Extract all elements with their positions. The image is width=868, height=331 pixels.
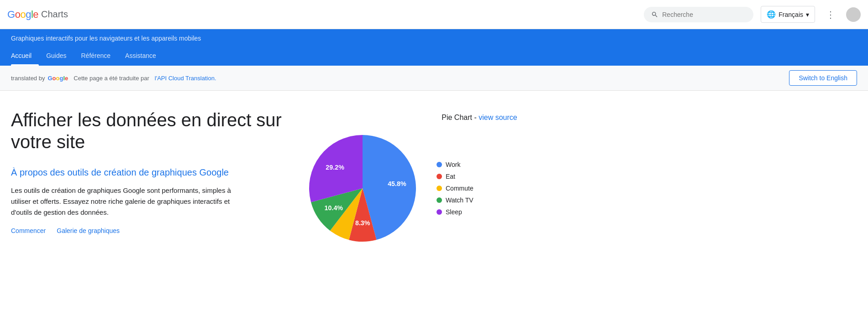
blue-banner: Graphiques interactifs pour les navigate… bbox=[0, 29, 868, 66]
right-content: Pie Chart - view source 45.8%8.3%10.4%29… bbox=[303, 109, 628, 248]
section-description: Les outils de création de graphiques Goo… bbox=[11, 185, 248, 218]
translation-message: Cette page a été traduite par bbox=[74, 75, 149, 82]
legend-dot-work bbox=[437, 162, 442, 167]
svg-text:8.3%: 8.3% bbox=[355, 219, 370, 227]
banner-subtitle: Graphiques interactifs pour les navigate… bbox=[11, 29, 857, 46]
svg-text:29.2%: 29.2% bbox=[326, 164, 344, 171]
chart-header: Pie Chart - view source bbox=[442, 114, 517, 122]
lang-label: Français bbox=[779, 11, 803, 18]
commencer-link[interactable]: Commencer bbox=[11, 227, 46, 234]
logo-area: Google Charts bbox=[7, 9, 68, 21]
chart-legend: Work Eat Commute Watch TV Sleep bbox=[437, 161, 473, 216]
more-options-button[interactable]: ⋮ bbox=[822, 6, 839, 23]
search-input[interactable] bbox=[662, 11, 746, 18]
legend-dot-sleep bbox=[437, 209, 442, 215]
galerie-link[interactable]: Galerie de graphiques bbox=[57, 227, 120, 234]
action-links: Commencer Galerie de graphiques bbox=[11, 227, 285, 234]
language-selector[interactable]: 🌐 Français ▾ bbox=[761, 6, 815, 23]
translated-by: translated by Google bbox=[11, 75, 68, 82]
nav-item-guides[interactable]: Guides bbox=[39, 46, 74, 66]
search-box[interactable] bbox=[644, 7, 753, 22]
google-logo: Google bbox=[7, 9, 38, 21]
legend-item-work: Work bbox=[437, 161, 473, 168]
nav-bar: Accueil Guides Référence Assistance bbox=[11, 46, 857, 66]
chart-title: Pie Chart bbox=[442, 114, 472, 121]
legend-item-watchtv: Watch TV bbox=[437, 197, 473, 204]
view-source-link[interactable]: view source bbox=[479, 114, 517, 121]
chart-area: 45.8%8.3%10.4%29.2% Work Eat Commute Wa bbox=[303, 129, 473, 248]
legend-item-commute: Commute bbox=[437, 185, 473, 192]
chevron-down-icon: ▾ bbox=[806, 11, 809, 18]
nav-item-accueil[interactable]: Accueil bbox=[11, 46, 39, 66]
left-content: Afficher les données en direct sur votre… bbox=[11, 109, 285, 248]
charts-logo: Charts bbox=[41, 9, 68, 20]
legend-dot-watchtv bbox=[437, 197, 442, 203]
google-translate-logo: Google bbox=[47, 75, 68, 82]
legend-label-watchtv: Watch TV bbox=[446, 197, 473, 204]
legend-label-work: Work bbox=[446, 161, 460, 168]
switch-to-english-button[interactable]: Switch to English bbox=[789, 70, 857, 86]
translation-bar: translated by Google Cette page a été tr… bbox=[0, 66, 868, 91]
legend-dot-eat bbox=[437, 174, 442, 179]
legend-label-commute: Commute bbox=[446, 185, 473, 192]
svg-text:10.4%: 10.4% bbox=[325, 204, 343, 212]
section-link[interactable]: À propos des outils de création de graph… bbox=[11, 167, 285, 178]
legend-item-sleep: Sleep bbox=[437, 208, 473, 216]
nav-item-reference[interactable]: Référence bbox=[74, 46, 118, 66]
svg-text:45.8%: 45.8% bbox=[388, 180, 406, 187]
legend-item-eat: Eat bbox=[437, 173, 473, 180]
legend-dot-commute bbox=[437, 186, 442, 191]
nav-item-assistance[interactable]: Assistance bbox=[118, 46, 163, 66]
pie-chart: 45.8%8.3%10.4%29.2% bbox=[303, 129, 422, 248]
translation-api-link[interactable]: l'API Cloud Translation. bbox=[155, 75, 216, 82]
legend-label-sleep: Sleep bbox=[446, 208, 462, 216]
main-content: Afficher les données en direct sur votre… bbox=[0, 91, 639, 266]
translated-by-label: translated by bbox=[11, 75, 45, 82]
header: Google Charts 🌐 Français ▾ ⋮ bbox=[0, 0, 868, 29]
globe-icon: 🌐 bbox=[767, 10, 776, 19]
pie-chart-svg: 45.8%8.3%10.4%29.2% bbox=[303, 129, 422, 248]
search-icon bbox=[651, 10, 658, 19]
avatar[interactable] bbox=[846, 7, 861, 22]
legend-label-eat: Eat bbox=[446, 173, 455, 180]
page-title: Afficher les données en direct sur votre… bbox=[11, 109, 285, 153]
